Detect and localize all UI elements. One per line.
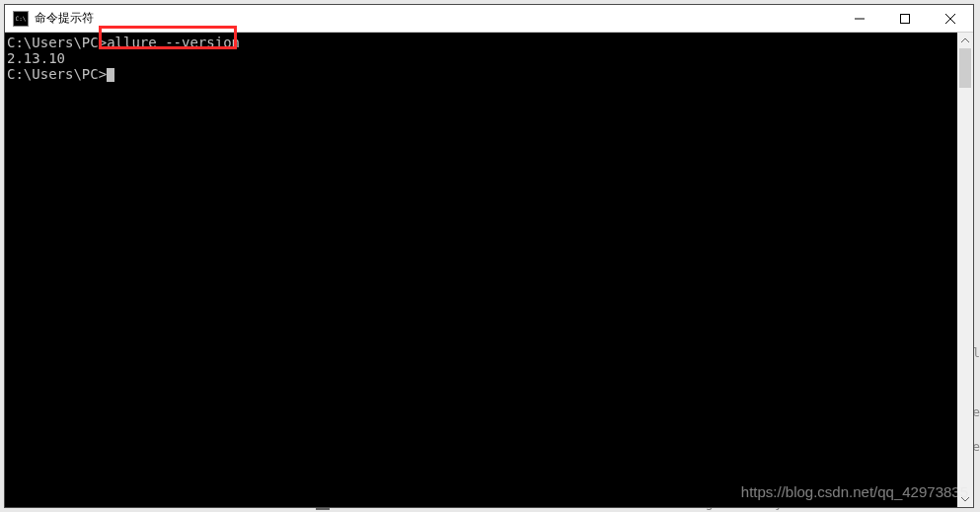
scrollbar-track[interactable] [957, 48, 973, 491]
terminal-line: C:\Users\PC>allure --version [7, 35, 957, 50]
window-title: 命令提示符 [35, 10, 94, 27]
svg-rect-1 [901, 14, 910, 23]
close-button[interactable] [928, 5, 973, 32]
minimize-icon [855, 14, 865, 24]
minimize-button[interactable] [837, 5, 882, 32]
command-text: allure --version [107, 35, 240, 50]
command-prompt-window: 命令提示符 C:\Users\PC>allure --version2.13.1… [4, 4, 974, 508]
chevron-down-icon [961, 495, 969, 503]
cmd-icon [13, 11, 29, 27]
prompt: C:\Users\PC> [7, 66, 107, 82]
scrollbar-thumb[interactable] [959, 48, 971, 88]
terminal[interactable]: C:\Users\PC>allure --version2.13.10C:\Us… [5, 33, 957, 507]
output-text: 2.13.10 [7, 50, 65, 66]
scroll-up-button[interactable] [957, 33, 973, 48]
terminal-line: 2.13.10 [7, 50, 957, 66]
vertical-scrollbar[interactable] [957, 33, 973, 507]
titlebar[interactable]: 命令提示符 [5, 5, 973, 33]
maximize-button[interactable] [882, 5, 928, 32]
terminal-line: C:\Users\PC> [7, 66, 957, 82]
client-area: C:\Users\PC>allure --version2.13.10C:\Us… [5, 33, 973, 507]
scroll-down-button[interactable] [957, 491, 973, 507]
maximize-icon [900, 14, 910, 24]
chevron-up-icon [961, 37, 969, 44]
prompt: C:\Users\PC> [7, 35, 107, 50]
cursor [107, 68, 114, 82]
close-icon [945, 14, 955, 24]
window-controls [837, 5, 973, 32]
